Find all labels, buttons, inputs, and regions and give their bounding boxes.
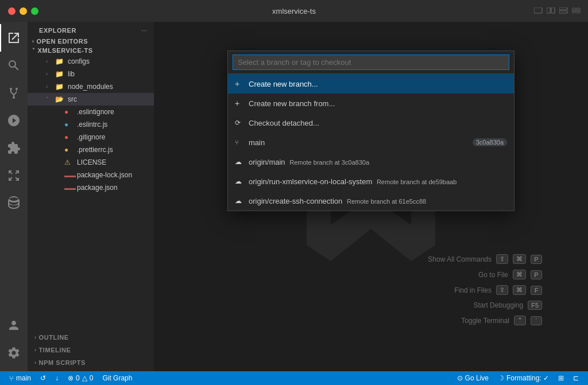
file-name-eslintignore: .eslintignore	[77, 108, 114, 116]
file-icon-eslintignore: ●	[64, 108, 75, 116]
svg-rect-1	[547, 7, 550, 13]
status-fetch[interactable]: ↓	[51, 371, 63, 385]
activity-item-explorer[interactable]	[0, 24, 28, 52]
command-item-checkout-detached[interactable]: ⟳ Checkout detached...	[228, 113, 514, 133]
tree-item-node-modules[interactable]: › 📁 node_modules	[28, 80, 154, 93]
command-item-main[interactable]: ⑂ main 3c0a830a	[228, 133, 514, 152]
command-text-create-new-branch-from: Create new branch from...	[249, 99, 507, 108]
outline-arrow: ›	[34, 335, 37, 340]
go-live-label: Go Live	[465, 374, 489, 382]
bottom-sections: › OUTLINE › TIMELINE › NPM SCRIPTS	[28, 329, 154, 371]
status-errors[interactable]: ⊗ 0 △ 0	[63, 371, 98, 385]
pin-icon: ⊞	[558, 374, 564, 382]
wifi-icon: ⊙	[457, 374, 463, 382]
activity-item-remote[interactable]	[0, 162, 28, 189]
activity-item-source-control[interactable]	[0, 79, 28, 107]
layout-icon2	[547, 7, 556, 14]
open-editors-arrow: ›	[32, 38, 34, 44]
command-text-main: main	[249, 138, 468, 147]
status-formatting[interactable]: ☽ Formatting: ✓	[493, 371, 554, 385]
command-item-origin-run[interactable]: ☁ origin/run-xmlservice-on-local-system …	[228, 172, 514, 191]
file-name-prettierrc: .prettierrc.js	[77, 146, 113, 154]
editor-area: Show All Commands ⇧ ⌘ P Go to File ⌘ P F…	[154, 22, 588, 371]
maximize-button[interactable]	[31, 7, 38, 15]
svg-rect-6	[577, 8, 580, 10]
command-item-create-new-branch-from[interactable]: + Create new branch from...	[228, 94, 514, 113]
activity-item-extensions[interactable]	[0, 134, 28, 162]
status-bar: ⑂ main ↺ ↓ ⊗ 0 △ 0 Git Graph ⊙ Go Live ☽…	[0, 371, 588, 385]
folder-arrow-node-modules: ›	[46, 84, 55, 90]
status-remote-pin[interactable]: ⊞	[554, 371, 568, 385]
status-branch[interactable]: ⑂ main	[5, 371, 36, 385]
sync-icon: ↺	[40, 374, 46, 382]
account-icon	[7, 318, 21, 332]
command-item-origin-ssh[interactable]: ☁ origin/create-ssh-connection Remote br…	[228, 191, 514, 211]
status-git-graph[interactable]: Git Graph	[98, 371, 137, 385]
window-title: xmlservice-ts	[272, 7, 316, 15]
cloud-icon-ssh: ☁	[235, 197, 244, 205]
tree-item-prettierrc[interactable]: ● .prettierrc.js	[28, 143, 154, 156]
folder-icon-lib: 📁	[55, 70, 65, 78]
open-editors-label: OPEN EDITORS	[37, 38, 88, 45]
folder-icon-node-modules: 📁	[55, 83, 65, 91]
npm-scripts-arrow: ›	[34, 360, 37, 365]
open-editors-section[interactable]: › OPEN EDITORS	[28, 37, 154, 46]
project-section[interactable]: ˅ XMLSERVICE-TS	[28, 46, 154, 55]
branch-search-input[interactable]	[233, 55, 509, 70]
file-name-gitignore: .gitignore	[77, 133, 105, 141]
file-icon-license: ⚠	[64, 158, 75, 166]
activity-item-account[interactable]	[0, 312, 28, 339]
svg-rect-3	[559, 7, 567, 10]
npm-scripts-section[interactable]: › NPM SCRIPTS	[28, 356, 154, 369]
activity-item-database[interactable]	[0, 189, 28, 217]
project-arrow: ˅	[32, 48, 36, 53]
folder-icon-src: 📂	[55, 95, 65, 103]
timeline-section[interactable]: › TIMELINE	[28, 344, 154, 356]
tree-item-license[interactable]: ⚠ LICENSE	[28, 156, 154, 169]
status-sync[interactable]: ↺	[36, 371, 51, 385]
command-palette: + Create new branch... + Create new bran…	[227, 50, 514, 211]
tree-item-package-lock[interactable]: ▬▬ package-lock.json	[28, 169, 154, 181]
tree-item-eslintignore[interactable]: ● .eslintignore	[28, 106, 154, 118]
svg-rect-0	[534, 7, 542, 13]
tree-item-src[interactable]: ˅ 📂 src	[28, 93, 154, 106]
activity-bar	[0, 22, 28, 371]
title-bar-actions	[534, 7, 581, 14]
source-control-icon	[7, 86, 21, 100]
file-name-license: LICENSE	[77, 158, 106, 166]
tree-item-package-json[interactable]: ▬▬ package.json	[28, 181, 154, 194]
svg-rect-8	[577, 11, 580, 13]
search-icon	[7, 59, 21, 72]
detach-icon: ⟳	[235, 119, 244, 127]
tree-item-lib[interactable]: › 📁 lib	[28, 68, 154, 80]
warning-icon: △	[82, 374, 87, 382]
status-go-live[interactable]: ⊙ Go Live	[452, 371, 493, 385]
close-button[interactable]	[8, 7, 16, 15]
minimize-button[interactable]	[20, 7, 27, 15]
activity-item-search[interactable]	[0, 52, 28, 79]
command-input-wrap	[228, 51, 514, 74]
file-tree: › OPEN EDITORS ˅ XMLSERVICE-TS › 📁 confi…	[28, 37, 154, 329]
command-text-create-new-branch: Create new branch...	[249, 80, 507, 88]
outline-section[interactable]: › OUTLINE	[28, 331, 154, 344]
activity-bar-bottom	[0, 312, 28, 371]
cloud-icon-main: ☁	[235, 158, 244, 166]
plus-icon-2: +	[235, 99, 244, 108]
file-icon-gitignore: ●	[64, 133, 75, 141]
extensions-icon	[7, 141, 21, 155]
branch-name: main	[16, 374, 31, 382]
tree-item-configs[interactable]: › 📁 configs	[28, 55, 154, 68]
command-item-create-new-branch[interactable]: + Create new branch...	[228, 74, 514, 94]
file-name-package-json: package.json	[77, 184, 118, 192]
layout-icon1	[534, 7, 543, 14]
activity-item-run[interactable]	[0, 107, 28, 134]
run-icon	[7, 114, 21, 127]
tree-item-gitignore[interactable]: ● .gitignore	[28, 131, 154, 143]
activity-item-settings[interactable]	[0, 339, 28, 367]
command-item-origin-main[interactable]: ☁ origin/main Remote branch at 3c0a830a	[228, 152, 514, 172]
command-list: + Create new branch... + Create new bran…	[228, 74, 514, 211]
status-broadcast[interactable]: ⊏	[568, 371, 583, 385]
tree-item-eslintrc[interactable]: ● .eslintrc.js	[28, 118, 154, 131]
sidebar-actions[interactable]: ···	[141, 26, 147, 34]
moon-icon: ☽	[498, 374, 504, 382]
